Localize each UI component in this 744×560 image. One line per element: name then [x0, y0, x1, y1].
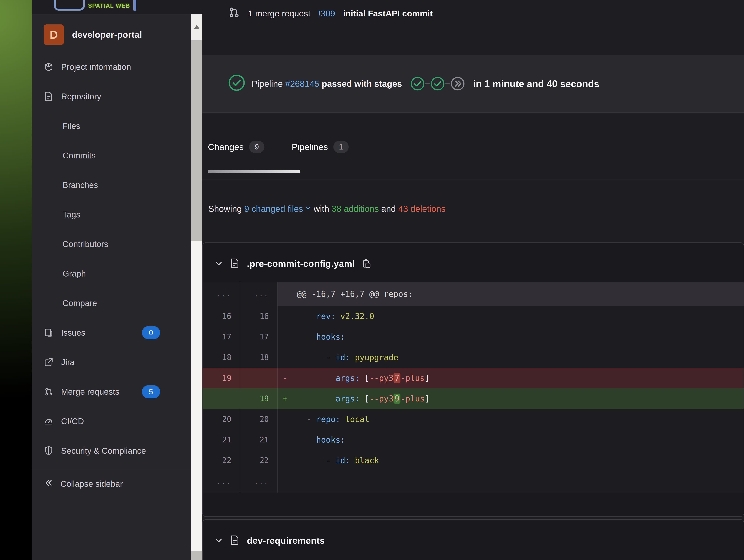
- sidebar-item-branches[interactable]: Branches: [32, 170, 202, 200]
- diff-marker: [283, 347, 297, 368]
- mr-count: 1 merge request: [248, 8, 310, 18]
- line-number-new[interactable]: [240, 368, 277, 388]
- sidebar-item-jira[interactable]: Jira: [32, 348, 202, 377]
- collapse-file-chevron-icon[interactable]: [215, 259, 223, 268]
- stage-skipped-icon[interactable]: [450, 76, 465, 91]
- gitlab-window: SPATIAL WEB Search G D developer-portal …: [32, 0, 744, 560]
- code-token: repo:: [316, 414, 340, 424]
- sidebar-item-merge-requests[interactable]: Merge requests5: [32, 377, 202, 406]
- line-number-new[interactable]: 20: [240, 409, 277, 430]
- line-number-old[interactable]: 18: [203, 347, 240, 368]
- stage-passed-icon[interactable]: [430, 76, 445, 91]
- issues-icon: [44, 328, 54, 338]
- copy-path-icon[interactable]: [362, 258, 371, 269]
- line-number-old[interactable]: ...: [203, 471, 240, 492]
- tab-pipelines-label: Pipelines: [292, 142, 328, 152]
- app-root: SPATIAL WEB Search G D developer-portal …: [0, 0, 744, 560]
- diff-code-line: @@ -16,7 +16,7 @@ repos:: [277, 282, 744, 306]
- line-number-old[interactable]: 17: [203, 326, 240, 347]
- sidebar-item-issues[interactable]: Issues0: [32, 318, 202, 348]
- mr-ref-link[interactable]: !309: [319, 8, 335, 18]
- project-name: developer-portal: [72, 30, 142, 40]
- pipeline-passed-icon: [228, 74, 246, 93]
- line-number-new[interactable]: 18: [240, 347, 277, 368]
- line-number-old[interactable]: 22: [203, 450, 240, 471]
- pipeline-text: Pipeline #268145 passed with stages: [252, 79, 402, 89]
- line-number-old[interactable]: [203, 388, 240, 409]
- sidebar-item-graph[interactable]: Graph: [32, 259, 202, 288]
- changes-summary: Showing 9 changed files with 38 addition…: [208, 204, 737, 214]
- changed-files-dropdown[interactable]: 9 changed files: [244, 204, 311, 214]
- diff-row-context: 1717 hooks:: [203, 326, 744, 347]
- scrollbar-thumb[interactable]: [191, 241, 202, 551]
- line-number-new[interactable]: ...: [240, 282, 277, 306]
- sidebar-item-label: Security & Compliance: [61, 446, 146, 456]
- active-tab-underline: [208, 170, 300, 173]
- line-number-old[interactable]: 21: [203, 430, 240, 450]
- sidebar-project[interactable]: D developer-portal: [32, 14, 202, 52]
- file-header-2[interactable]: dev-requirements: [203, 520, 744, 559]
- code-token: ]: [425, 373, 430, 383]
- sidebar-item-compare[interactable]: Compare: [32, 288, 202, 318]
- sidebar-item-project-information[interactable]: Project information: [32, 52, 202, 82]
- line-number-new[interactable]: 22: [240, 450, 277, 471]
- sidebar-item-label: Project information: [61, 62, 131, 72]
- sidebar-item-label: Tags: [63, 210, 80, 219]
- tab-pipelines[interactable]: Pipelines 1: [292, 141, 349, 153]
- line-number-old[interactable]: ...: [203, 282, 240, 306]
- sidebar-item-ci-cd[interactable]: CI/CD: [32, 406, 202, 436]
- sidebar-item-contributors[interactable]: Contributors: [32, 229, 202, 259]
- sidebar-nav: Project informationRepositoryFilesCommit…: [32, 52, 202, 466]
- line-number-new[interactable]: 17: [240, 326, 277, 347]
- line-number-old[interactable]: 16: [203, 306, 240, 326]
- tab-changes[interactable]: Changes 9: [208, 141, 264, 153]
- sidebar-item-security-compliance[interactable]: Security & Compliance: [32, 436, 202, 466]
- line-number-old[interactable]: 19: [203, 368, 240, 388]
- sidebar-item-label: Graph: [63, 269, 86, 279]
- tab-pipelines-count: 1: [333, 141, 348, 153]
- file-header[interactable]: .pre-commit-config.yaml: [203, 243, 744, 282]
- diff-code-line: - id: pyupgrade: [277, 347, 744, 368]
- sidebar-item-tags[interactable]: Tags: [32, 200, 202, 229]
- code-token: --py3: [369, 394, 393, 403]
- code-token: 7: [394, 373, 401, 383]
- code-token: rev:: [316, 312, 336, 321]
- line-number-new[interactable]: 19: [240, 388, 277, 409]
- sidebar-item-collapse[interactable]: Collapse sidebar: [32, 469, 202, 498]
- code-token: 9: [394, 394, 401, 404]
- sidebar-item-commits[interactable]: Commits: [32, 141, 202, 170]
- stage-passed-icon[interactable]: [410, 76, 425, 91]
- diff-marker: [283, 471, 297, 492]
- merge-requests-count-badge: 5: [142, 385, 160, 398]
- brand-logo-bar: [133, 0, 136, 11]
- line-number-old[interactable]: 20: [203, 409, 240, 430]
- code-token: id:: [336, 353, 350, 362]
- mr-title: initial FastAPI commit: [343, 8, 433, 18]
- sidebar-item-repository[interactable]: Repository: [32, 82, 202, 111]
- shield-icon: [44, 446, 54, 456]
- diff-code-line: - id: black: [277, 450, 744, 471]
- pipeline-status-text: passed with stages: [322, 79, 402, 89]
- scrollbar-up-button[interactable]: [191, 14, 202, 40]
- project-avatar: D: [44, 25, 64, 45]
- pipeline-id-link[interactable]: #268145: [285, 79, 319, 89]
- diff-row-hunk: ...... @@ -16,7 +16,7 @@ repos:: [203, 282, 744, 306]
- mr-header: 1 merge request !309 initial FastAPI com…: [228, 1, 744, 25]
- diff-row-context: 1818 - id: pyupgrade: [203, 347, 744, 368]
- file-icon: [230, 258, 239, 270]
- sidebar-item-files[interactable]: Files: [32, 111, 202, 141]
- file-diff-panel-2: dev-requirements: [202, 519, 744, 560]
- code-token: --py3: [369, 373, 393, 383]
- code-token: [360, 394, 365, 403]
- pipeline-status-bar: Pipeline #268145 passed with stages in 1…: [202, 55, 744, 113]
- sidebar-item-label: Branches: [63, 180, 98, 190]
- code-token: -plus: [401, 373, 424, 383]
- sidebar-item-label: Repository: [61, 91, 101, 102]
- line-number-new[interactable]: 21: [240, 430, 277, 450]
- deletions-count: 43 deletions: [398, 204, 445, 214]
- line-number-new[interactable]: 16: [240, 306, 277, 326]
- line-number-new[interactable]: ...: [240, 471, 277, 492]
- collapse-file-chevron-icon[interactable]: [215, 536, 223, 545]
- file-name: .pre-commit-config.yaml: [247, 258, 355, 269]
- code-token: hooks:: [316, 332, 345, 342]
